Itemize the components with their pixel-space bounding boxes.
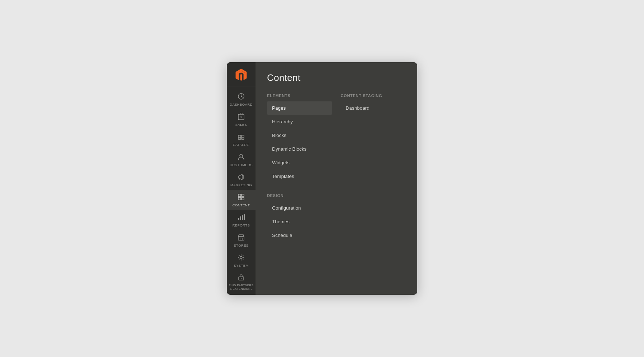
svg-rect-7 (242, 138, 244, 139)
magento-logo-icon (235, 69, 248, 82)
stores-icon (238, 234, 245, 242)
sidebar-item-label-sales: SALES (235, 123, 247, 127)
content-staging-heading: Content Staging (341, 93, 406, 98)
extensions-icon (238, 274, 245, 282)
menu-item-hierarchy[interactable]: Hierarchy (267, 115, 332, 128)
svg-point-8 (240, 154, 243, 157)
svg-rect-17 (238, 237, 244, 240)
svg-rect-4 (238, 135, 241, 138)
svg-rect-16 (244, 214, 245, 220)
content-icon (238, 193, 245, 202)
sidebar-item-sales[interactable]: $ SALES (227, 109, 256, 129)
catalog-icon (238, 133, 245, 141)
sidebar-item-label-reports: REPORTS (233, 223, 250, 227)
sidebar-item-extensions[interactable]: FIND PARTNERS& EXTENSIONS (227, 270, 256, 295)
elements-heading: Elements (267, 93, 332, 98)
sidebar-item-label-customers: CUSTOMERS (230, 163, 253, 167)
sidebar-navigation: DASHBOARD $ SALES CATALOG C (227, 87, 256, 295)
sections-row: Elements Pages Hierarchy Blocks Dynamic … (267, 93, 406, 242)
svg-rect-5 (242, 135, 244, 138)
svg-point-1 (241, 96, 242, 97)
menu-item-themes[interactable]: Themes (267, 215, 332, 228)
sidebar-item-label-content: CONTENT (233, 203, 250, 207)
sidebar-item-stores[interactable]: STORES (227, 230, 256, 250)
sidebar-item-customers[interactable]: CUSTOMERS (227, 150, 256, 170)
sidebar-item-marketing[interactable]: MARKETING (227, 170, 256, 190)
svg-rect-18 (240, 238, 242, 240)
svg-point-21 (241, 278, 242, 279)
svg-rect-11 (238, 197, 241, 200)
reports-icon (238, 214, 245, 222)
sidebar-item-label-extensions: FIND PARTNERS& EXTENSIONS (229, 284, 254, 290)
elements-menu: Pages Hierarchy Blocks Dynamic Blocks Wi… (267, 101, 332, 183)
menu-item-pages[interactable]: Pages (267, 101, 332, 115)
page-title: Content (267, 72, 406, 83)
svg-rect-15 (242, 215, 243, 220)
menu-item-blocks[interactable]: Blocks (267, 129, 332, 142)
menu-item-schedule[interactable]: Schedule (267, 229, 332, 242)
sidebar-logo (227, 62, 256, 87)
svg-rect-14 (240, 216, 241, 220)
svg-rect-6 (238, 138, 241, 139)
svg-text:$: $ (240, 116, 242, 119)
sidebar-item-label-stores: STORES (234, 243, 248, 247)
left-section-col: Elements Pages Hierarchy Blocks Dynamic … (267, 93, 332, 242)
sidebar-item-label-catalog: CATALOG (233, 143, 250, 147)
svg-point-19 (240, 256, 242, 258)
svg-rect-12 (242, 197, 244, 200)
menu-item-configuration[interactable]: Configuration (267, 201, 332, 215)
content-staging-menu: Dashboard (341, 101, 406, 115)
system-icon (238, 254, 245, 262)
sidebar-item-catalog[interactable]: CATALOG (227, 129, 256, 150)
sidebar-item-label-marketing: MARKETING (230, 183, 252, 187)
sidebar-item-content[interactable]: CONTENT (227, 190, 256, 210)
sidebar-item-label-system: SYSTEM (234, 264, 248, 267)
menu-item-templates[interactable]: Templates (267, 170, 332, 183)
menu-item-staging-dashboard[interactable]: Dashboard (341, 101, 406, 115)
svg-rect-10 (242, 194, 244, 197)
sidebar: DASHBOARD $ SALES CATALOG C (227, 62, 256, 295)
sidebar-item-reports[interactable]: REPORTS (227, 210, 256, 230)
sidebar-item-system[interactable]: SYSTEM (227, 250, 256, 270)
right-section-col: Content Staging Dashboard (332, 93, 406, 242)
main-content: Content Elements Pages Hierarchy Blocks … (256, 62, 417, 295)
sales-icon: $ (238, 113, 244, 121)
design-menu: Configuration Themes Schedule (267, 201, 332, 242)
dashboard-icon (238, 93, 245, 101)
svg-rect-13 (238, 218, 239, 220)
menu-item-widgets[interactable]: Widgets (267, 156, 332, 169)
sidebar-item-dashboard[interactable]: DASHBOARD (227, 89, 256, 109)
marketing-icon (238, 173, 245, 182)
design-heading: Design (267, 193, 332, 198)
admin-panel: DASHBOARD $ SALES CATALOG C (227, 62, 417, 295)
sidebar-item-label-dashboard: DASHBOARD (230, 102, 253, 106)
menu-item-dynamic-blocks[interactable]: Dynamic Blocks (267, 142, 332, 156)
svg-rect-9 (238, 194, 241, 197)
customers-icon (238, 153, 244, 161)
